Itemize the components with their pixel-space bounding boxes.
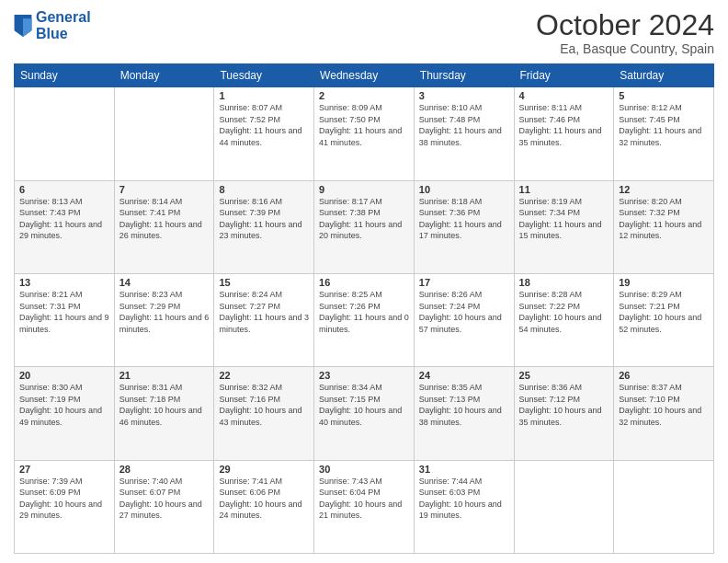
day-info: Sunrise: 8:17 AM Sunset: 7:38 PM Dayligh… [319, 196, 409, 242]
calendar-cell: 20Sunrise: 8:30 AM Sunset: 7:19 PM Dayli… [15, 367, 115, 460]
calendar-week-2: 6Sunrise: 8:13 AM Sunset: 7:43 PM Daylig… [15, 180, 714, 273]
day-info: Sunrise: 8:34 AM Sunset: 7:15 PM Dayligh… [319, 382, 409, 428]
day-number: 10 [419, 184, 509, 195]
day-info: Sunrise: 8:21 AM Sunset: 7:31 PM Dayligh… [19, 289, 109, 335]
calendar-cell: 8Sunrise: 8:16 AM Sunset: 7:39 PM Daylig… [214, 180, 314, 273]
title-block: October 2024 Ea, Basque Country, Spain [536, 9, 714, 56]
page: General Blue October 2024 Ea, Basque Cou… [0, 0, 728, 563]
day-number: 4 [519, 90, 609, 101]
calendar-cell [114, 87, 214, 180]
day-number: 3 [419, 90, 509, 101]
calendar-cell: 13Sunrise: 8:21 AM Sunset: 7:31 PM Dayli… [15, 273, 115, 366]
day-number: 12 [619, 184, 709, 195]
day-number: 18 [519, 277, 609, 288]
calendar-header-monday: Monday [114, 64, 214, 87]
logo-line1: General [36, 9, 91, 25]
calendar-header-saturday: Saturday [614, 64, 714, 87]
day-number: 14 [119, 277, 210, 288]
day-number: 31 [419, 464, 509, 475]
day-number: 26 [619, 370, 709, 381]
calendar-cell: 5Sunrise: 8:12 AM Sunset: 7:45 PM Daylig… [614, 87, 714, 180]
calendar-cell: 17Sunrise: 8:26 AM Sunset: 7:24 PM Dayli… [414, 273, 514, 366]
day-number: 20 [19, 370, 109, 381]
day-info: Sunrise: 8:29 AM Sunset: 7:21 PM Dayligh… [619, 289, 709, 335]
day-number: 25 [519, 370, 609, 381]
day-info: Sunrise: 8:20 AM Sunset: 7:32 PM Dayligh… [619, 196, 709, 242]
calendar-cell: 7Sunrise: 8:14 AM Sunset: 7:41 PM Daylig… [114, 180, 214, 273]
calendar-header-friday: Friday [514, 64, 614, 87]
day-info: Sunrise: 8:19 AM Sunset: 7:34 PM Dayligh… [519, 196, 609, 242]
day-info: Sunrise: 8:32 AM Sunset: 7:16 PM Dayligh… [219, 382, 309, 428]
calendar-cell: 14Sunrise: 8:23 AM Sunset: 7:29 PM Dayli… [114, 273, 214, 366]
calendar-cell: 30Sunrise: 7:43 AM Sunset: 6:04 PM Dayli… [314, 460, 415, 553]
calendar-cell: 27Sunrise: 7:39 AM Sunset: 6:09 PM Dayli… [15, 460, 115, 553]
calendar-cell: 21Sunrise: 8:31 AM Sunset: 7:18 PM Dayli… [114, 367, 214, 460]
day-number: 16 [319, 277, 409, 288]
day-info: Sunrise: 8:23 AM Sunset: 7:29 PM Dayligh… [119, 289, 210, 335]
calendar-cell: 6Sunrise: 8:13 AM Sunset: 7:43 PM Daylig… [15, 180, 115, 273]
svg-marker-1 [23, 18, 31, 37]
logo-line2: Blue [36, 26, 68, 41]
day-info: Sunrise: 8:13 AM Sunset: 7:43 PM Dayligh… [19, 196, 109, 242]
calendar-cell: 22Sunrise: 8:32 AM Sunset: 7:16 PM Dayli… [214, 367, 314, 460]
subtitle: Ea, Basque Country, Spain [536, 41, 714, 56]
calendar-cell: 23Sunrise: 8:34 AM Sunset: 7:15 PM Dayli… [314, 367, 415, 460]
day-info: Sunrise: 7:43 AM Sunset: 6:04 PM Dayligh… [319, 476, 409, 522]
calendar-cell: 25Sunrise: 8:36 AM Sunset: 7:12 PM Dayli… [514, 367, 614, 460]
calendar-cell [614, 460, 714, 553]
calendar-cell [15, 87, 115, 180]
day-number: 22 [219, 370, 309, 381]
day-info: Sunrise: 8:18 AM Sunset: 7:36 PM Dayligh… [419, 196, 509, 242]
day-info: Sunrise: 8:11 AM Sunset: 7:46 PM Dayligh… [519, 102, 609, 148]
day-info: Sunrise: 7:44 AM Sunset: 6:03 PM Dayligh… [419, 476, 509, 522]
day-info: Sunrise: 8:31 AM Sunset: 7:18 PM Dayligh… [119, 382, 210, 428]
calendar-cell: 3Sunrise: 8:10 AM Sunset: 7:48 PM Daylig… [414, 87, 514, 180]
main-title: October 2024 [536, 9, 714, 41]
calendar-header-sunday: Sunday [15, 64, 115, 87]
day-info: Sunrise: 8:09 AM Sunset: 7:50 PM Dayligh… [319, 102, 409, 148]
day-number: 24 [419, 370, 509, 381]
calendar-cell: 10Sunrise: 8:18 AM Sunset: 7:36 PM Dayli… [414, 180, 514, 273]
calendar-cell: 28Sunrise: 7:40 AM Sunset: 6:07 PM Dayli… [114, 460, 214, 553]
calendar-week-4: 20Sunrise: 8:30 AM Sunset: 7:19 PM Dayli… [15, 367, 714, 460]
calendar-cell: 19Sunrise: 8:29 AM Sunset: 7:21 PM Dayli… [614, 273, 714, 366]
day-info: Sunrise: 8:26 AM Sunset: 7:24 PM Dayligh… [419, 289, 509, 335]
calendar-cell: 24Sunrise: 8:35 AM Sunset: 7:13 PM Dayli… [414, 367, 514, 460]
calendar-cell: 11Sunrise: 8:19 AM Sunset: 7:34 PM Dayli… [514, 180, 614, 273]
calendar-cell: 2Sunrise: 8:09 AM Sunset: 7:50 PM Daylig… [314, 87, 415, 180]
day-number: 27 [19, 464, 109, 475]
day-info: Sunrise: 8:35 AM Sunset: 7:13 PM Dayligh… [419, 382, 509, 428]
calendar-week-1: 1Sunrise: 8:07 AM Sunset: 7:52 PM Daylig… [15, 87, 714, 180]
day-number: 1 [219, 90, 309, 101]
day-number: 11 [519, 184, 609, 195]
day-info: Sunrise: 8:25 AM Sunset: 7:26 PM Dayligh… [319, 289, 409, 335]
calendar-header-row: SundayMondayTuesdayWednesdayThursdayFrid… [15, 64, 714, 87]
day-number: 30 [319, 464, 409, 475]
day-info: Sunrise: 7:40 AM Sunset: 6:07 PM Dayligh… [119, 476, 210, 522]
logo-text: General Blue [36, 9, 91, 41]
day-info: Sunrise: 8:07 AM Sunset: 7:52 PM Dayligh… [219, 102, 309, 148]
calendar-cell: 1Sunrise: 8:07 AM Sunset: 7:52 PM Daylig… [214, 87, 314, 180]
calendar-cell: 29Sunrise: 7:41 AM Sunset: 6:06 PM Dayli… [214, 460, 314, 553]
calendar-cell: 18Sunrise: 8:28 AM Sunset: 7:22 PM Dayli… [514, 273, 614, 366]
day-info: Sunrise: 8:36 AM Sunset: 7:12 PM Dayligh… [519, 382, 609, 428]
day-info: Sunrise: 8:12 AM Sunset: 7:45 PM Dayligh… [619, 102, 709, 148]
day-info: Sunrise: 8:28 AM Sunset: 7:22 PM Dayligh… [519, 289, 609, 335]
calendar-week-5: 27Sunrise: 7:39 AM Sunset: 6:09 PM Dayli… [15, 460, 714, 553]
day-info: Sunrise: 8:14 AM Sunset: 7:41 PM Dayligh… [119, 196, 210, 242]
day-info: Sunrise: 8:16 AM Sunset: 7:39 PM Dayligh… [219, 196, 309, 242]
day-number: 8 [219, 184, 309, 195]
day-number: 5 [619, 90, 709, 101]
calendar-cell: 4Sunrise: 8:11 AM Sunset: 7:46 PM Daylig… [514, 87, 614, 180]
day-number: 15 [219, 277, 309, 288]
day-number: 7 [119, 184, 210, 195]
day-number: 19 [619, 277, 709, 288]
calendar-cell: 9Sunrise: 8:17 AM Sunset: 7:38 PM Daylig… [314, 180, 415, 273]
calendar-week-3: 13Sunrise: 8:21 AM Sunset: 7:31 PM Dayli… [15, 273, 714, 366]
day-info: Sunrise: 8:24 AM Sunset: 7:27 PM Dayligh… [219, 289, 309, 335]
calendar-cell: 12Sunrise: 8:20 AM Sunset: 7:32 PM Dayli… [614, 180, 714, 273]
day-info: Sunrise: 7:39 AM Sunset: 6:09 PM Dayligh… [19, 476, 109, 522]
calendar-cell: 31Sunrise: 7:44 AM Sunset: 6:03 PM Dayli… [414, 460, 514, 553]
calendar-table: SundayMondayTuesdayWednesdayThursdayFrid… [14, 63, 714, 554]
calendar-header-tuesday: Tuesday [214, 64, 314, 87]
